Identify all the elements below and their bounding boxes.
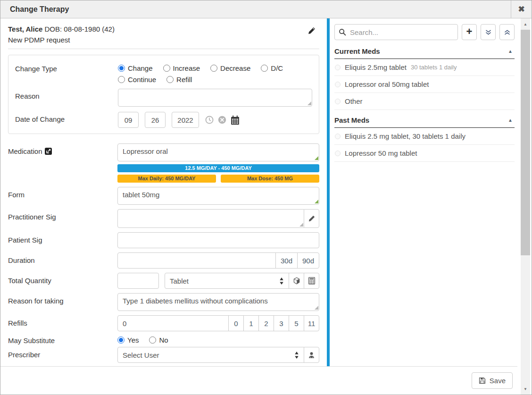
med-item-lopressor-past[interactable]: Lopressor 50 mg tablet xyxy=(334,145,515,162)
reason-for-taking-textarea[interactable]: Type 1 diabetes mellitus without complic… xyxy=(117,293,319,311)
radio-continue[interactable]: Continue xyxy=(118,76,156,84)
refills-1-button[interactable]: 1 xyxy=(243,315,259,331)
collapse-all-button[interactable] xyxy=(499,24,515,40)
refills-5-button[interactable]: 5 xyxy=(289,315,304,331)
change-type-label: Change Type xyxy=(15,61,118,84)
refills-11-button[interactable]: 11 xyxy=(304,315,319,331)
collapse-icon[interactable]: ▲ xyxy=(508,118,514,123)
radio-increase[interactable]: Increase xyxy=(163,64,200,72)
clear-date-button[interactable] xyxy=(218,116,226,124)
prescriber-label: Prescriber xyxy=(8,347,117,363)
med-item-lopressor-current[interactable]: Lopressor oral 50mg tablet xyxy=(334,76,515,93)
clock-icon xyxy=(205,116,214,124)
quantity-unit-select[interactable]: Tablet xyxy=(165,273,289,289)
expand-all-button[interactable] xyxy=(481,24,496,40)
medication-lookup-icon[interactable] xyxy=(45,147,52,155)
select-current-user-button[interactable] xyxy=(304,347,319,363)
close-button[interactable]: ✖ xyxy=(511,0,532,18)
radio-refill[interactable]: Refill xyxy=(166,76,192,84)
open-calendar-button[interactable] xyxy=(231,116,240,125)
date-month-input[interactable] xyxy=(118,112,139,128)
search-icon xyxy=(339,28,346,36)
collapse-icon[interactable]: ▲ xyxy=(508,49,514,54)
resize-handle-icon xyxy=(315,200,318,203)
radio-continue-input[interactable] xyxy=(118,76,125,83)
edit-patient-button[interactable] xyxy=(308,24,319,44)
double-chevron-down-icon xyxy=(485,29,492,36)
patient-header: Test, Alice DOB: 08-08-1980 (42) xyxy=(8,24,308,33)
patient-sig-label: Patient Sig xyxy=(8,232,117,248)
med-radio-icon xyxy=(335,99,341,104)
scrollbar-up-arrow[interactable]: ▲ xyxy=(521,20,530,28)
change-therapy-dialog: Change Therapy ✖ Test, Alice DOB: 08-08-… xyxy=(0,0,532,395)
duration-label: Duration xyxy=(8,252,117,269)
med-item-eliquis-current[interactable]: Eliquis 2.5mg tablet 30 tablets 1 daily xyxy=(334,59,515,76)
duration-30d-button[interactable]: 30d xyxy=(275,252,298,269)
medication-textarea[interactable]: Lopressor oral xyxy=(117,143,319,161)
med-detail: 30 tablets 1 daily xyxy=(411,64,457,71)
radio-change-input[interactable] xyxy=(118,65,125,72)
dialog-header: Change Therapy ✖ xyxy=(0,0,532,18)
refills-3-button[interactable]: 3 xyxy=(274,315,289,331)
date-year-input[interactable] xyxy=(172,112,199,128)
radio-dc-input[interactable] xyxy=(261,65,268,72)
radio-decrease-input[interactable] xyxy=(210,65,217,72)
add-medication-button[interactable]: + xyxy=(462,24,477,40)
practitioner-sig-label: Practitioner Sig xyxy=(8,209,117,228)
dialog-title: Change Therapy xyxy=(0,5,511,14)
current-meds-header[interactable]: Current Meds ▲ xyxy=(334,46,515,59)
med-name: Lopressor 50 mg tablet xyxy=(345,149,417,157)
radio-increase-input[interactable] xyxy=(163,65,170,72)
radio-decrease[interactable]: Decrease xyxy=(210,64,250,72)
refills-input[interactable] xyxy=(117,315,229,331)
med-item-other[interactable]: Other xyxy=(334,93,515,110)
radio-change[interactable]: Change xyxy=(118,64,153,72)
resize-handle-icon xyxy=(308,101,311,105)
date-day-input[interactable] xyxy=(145,112,166,128)
total-quantity-label: Total Quantity xyxy=(8,273,117,289)
med-name: Lopressor oral 50mg tablet xyxy=(345,80,429,88)
change-type-radios: Change Increase Decrease D/C Continue Re… xyxy=(118,61,312,84)
resize-handle-icon xyxy=(315,156,318,160)
save-button[interactable]: Save xyxy=(472,372,513,389)
vertical-scrollbar[interactable]: ▲ ▼ xyxy=(517,18,532,395)
reason-textarea[interactable] xyxy=(118,89,312,107)
refills-2-button[interactable]: 2 xyxy=(258,315,274,331)
resize-handle-icon xyxy=(299,223,303,227)
new-pdmp-request-link[interactable]: New PDMP request xyxy=(8,36,308,44)
resize-handle-icon xyxy=(315,306,318,310)
save-icon xyxy=(479,377,486,384)
refills-0-button[interactable]: 0 xyxy=(228,315,244,331)
scrollbar-thumb[interactable] xyxy=(521,30,530,255)
scrollbar-down-arrow[interactable]: ▼ xyxy=(521,385,530,393)
dose-range-badge: 12.5 MG/DAY - 450 MG/DAY xyxy=(117,164,319,172)
set-time-now-button[interactable] xyxy=(205,116,214,124)
substitute-yes-radio[interactable]: Yes xyxy=(117,336,139,345)
meds-search-input[interactable] xyxy=(334,24,458,40)
med-radio-icon xyxy=(335,134,341,139)
prescription-form: Test, Alice DOB: 08-08-1980 (42) New PDM… xyxy=(0,18,327,366)
may-substitute-label: May Substitute xyxy=(8,336,117,345)
total-quantity-input[interactable] xyxy=(117,273,159,289)
prescriber-select[interactable]: Select User xyxy=(117,347,304,363)
duration-90d-button[interactable]: 90d xyxy=(297,252,319,269)
practitioner-sig-textarea[interactable] xyxy=(117,209,304,228)
duration-input[interactable] xyxy=(117,252,276,269)
dispense-package-button[interactable] xyxy=(289,273,304,289)
substitute-no-input[interactable] xyxy=(149,336,156,344)
radio-refill-input[interactable] xyxy=(166,76,174,83)
patient-name: Test, Alice xyxy=(8,25,42,33)
med-name: Eliquis 2.5 mg tablet, 30 tablets 1 dail… xyxy=(345,132,466,140)
med-item-eliquis-past[interactable]: Eliquis 2.5 mg tablet, 30 tablets 1 dail… xyxy=(334,128,515,145)
edit-sig-button[interactable] xyxy=(304,209,319,228)
substitute-no-radio[interactable]: No xyxy=(149,336,168,345)
radio-dc[interactable]: D/C xyxy=(261,64,283,72)
calculator-button[interactable] xyxy=(304,273,319,289)
reason-label: Reason xyxy=(15,89,118,107)
form-textarea[interactable]: tablet 50mg xyxy=(117,187,319,205)
substitute-yes-input[interactable] xyxy=(117,336,125,344)
divider xyxy=(8,49,319,49)
past-meds-header[interactable]: Past Meds ▲ xyxy=(334,115,515,128)
patient-sig-input[interactable] xyxy=(117,232,319,248)
close-icon: ✖ xyxy=(518,4,524,14)
